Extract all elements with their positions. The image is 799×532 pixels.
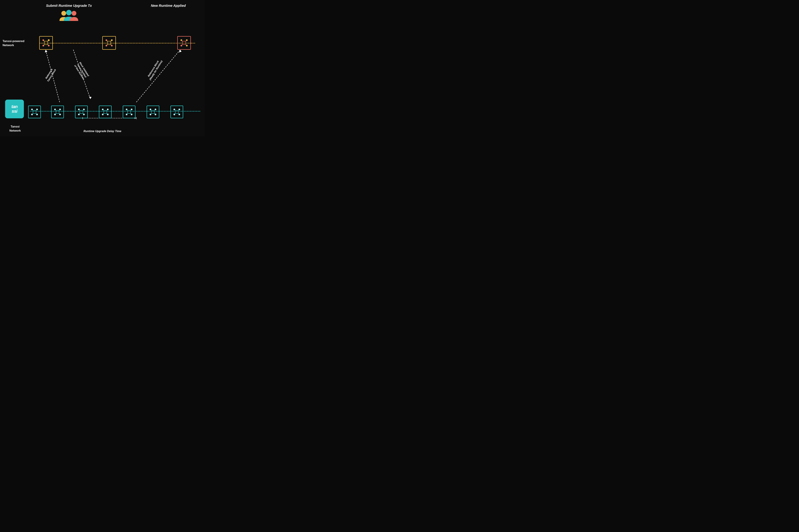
bottom-block-1: [28, 106, 41, 118]
bottom-block-6: [147, 106, 159, 118]
top-block-3: [177, 36, 191, 50]
svg-point-0: [61, 11, 66, 16]
bottom-block-4: [99, 106, 112, 118]
circuit-b6: [148, 107, 158, 117]
svg-marker-33: [89, 96, 92, 99]
bottom-block-2: [51, 106, 64, 118]
top-dashed-line: [39, 43, 195, 43]
tanssi-network-label: Tanssi Network: [10, 125, 21, 133]
svg-rect-21: [182, 41, 186, 44]
circuit-icon-3: [179, 38, 189, 48]
svg-rect-12: [107, 41, 111, 44]
tanssi-logo: tanssi: [5, 100, 24, 118]
reference-block-ready-label: Reference Block (Ready for Runtime): [146, 58, 163, 81]
circuit-b7: [172, 107, 182, 117]
submit-runtime-label: Submit Runtime Upgrade Tx: [46, 3, 92, 8]
new-runtime-applied-label: New Runtime Applied: [151, 3, 186, 8]
submit-runtime-group: Submit Runtime Upgrade Tx: [46, 3, 92, 22]
svg-rect-49: [56, 110, 59, 113]
svg-line-34: [137, 50, 180, 102]
tanssi-powered-network-label: Tanssi-powered Network: [3, 39, 26, 47]
top-block-1: [39, 36, 53, 50]
svg-rect-58: [80, 110, 83, 113]
bottom-block-5: [123, 106, 135, 118]
block-validated-label: Block Validated Tanssi Notified of New R…: [74, 61, 90, 80]
bottom-block-3: [75, 106, 88, 118]
tanssi-logo-text: tanssi: [12, 104, 18, 114]
circuit-b3: [77, 107, 86, 117]
svg-point-1: [66, 10, 72, 15]
circuit-b2: [53, 107, 62, 117]
svg-marker-31: [45, 50, 48, 53]
top-block-2: [102, 36, 116, 50]
circuit-b1: [30, 107, 39, 117]
circuit-icon-1: [41, 38, 51, 48]
svg-rect-67: [104, 110, 107, 113]
reference-tanssi-block-label: Reference Tanssi Block: [44, 67, 57, 82]
svg-rect-3: [44, 41, 48, 44]
users-icons: [59, 10, 79, 22]
bottom-block-7: [170, 106, 183, 118]
runtime-upgrade-delay-label: Runtime Upgrade Delay Time: [84, 130, 121, 133]
circuit-b4: [101, 107, 110, 117]
svg-marker-35: [179, 50, 182, 53]
circuit-icon-2: [104, 38, 114, 48]
svg-rect-94: [175, 110, 178, 113]
diagram-container: Submit Runtime Upgrade Tx New Runtime Ap…: [0, 0, 204, 136]
svg-rect-76: [127, 110, 130, 113]
circuit-b5: [124, 107, 134, 117]
svg-rect-85: [151, 110, 155, 113]
svg-rect-40: [33, 110, 36, 113]
svg-point-2: [72, 11, 76, 16]
